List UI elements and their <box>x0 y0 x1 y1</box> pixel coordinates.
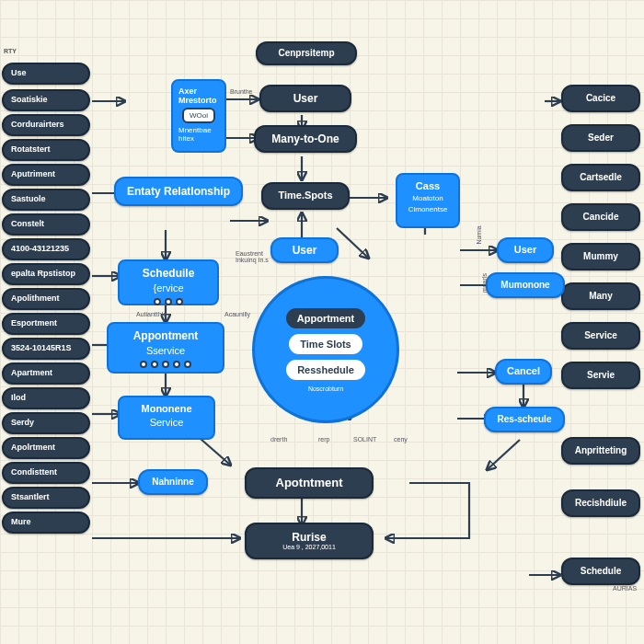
circle-reschedule[interactable]: Resshedule <box>286 360 365 380</box>
micro-ceny: ceny <box>394 436 408 443</box>
node-time-spots[interactable]: Time.Spots <box>261 182 350 210</box>
node-nahnione[interactable]: Nahninne <box>138 469 208 495</box>
left-item-2[interactable]: Cordurairters <box>2 114 90 136</box>
micro-solint: SOLINT <box>353 436 376 443</box>
left-item-16[interactable]: Condisttent <box>2 462 90 484</box>
svg-line-20 <box>488 440 520 469</box>
panel-appointment-service[interactable]: Appontment Sservice <box>107 322 224 374</box>
left-item-7[interactable]: 4100-43121235 <box>2 238 90 260</box>
panel-schedule-service[interactable]: Scheduile {ervice <box>118 259 219 305</box>
circle-main: Apportment Time Slots Resshedule Noscrob… <box>252 276 399 423</box>
left-item-1[interactable]: Soatiskie <box>2 89 90 111</box>
panel-case[interactable]: Cass Moatoton Cimonentse <box>396 173 460 228</box>
node-user-mid[interactable]: User <box>270 237 339 263</box>
node-mumonone[interactable]: Mumonone <box>486 272 565 298</box>
node-entity-relationship[interactable]: Entaty Relatlonship <box>114 177 243 206</box>
micro-drerth: drerth <box>270 436 287 443</box>
svg-line-10 <box>337 228 368 258</box>
micro-autanthle: Autiantthle <box>136 311 167 317</box>
panel-user-mgmt-title: Axer Mrestorto <box>178 86 219 105</box>
right-item-7[interactable]: Servie <box>561 362 640 389</box>
left-item-4[interactable]: Aputriment <box>2 164 90 186</box>
header-title-text: Cenprsitemp <box>278 49 334 59</box>
micro-brintle: Brunthe <box>230 88 253 95</box>
micro-muarls: muarls <box>481 273 488 293</box>
right-item-10[interactable]: Schedule <box>561 558 640 585</box>
panel-user-mgmt-foot: Mnentbae hitex <box>178 126 219 143</box>
right-item-9[interactable]: Recishdiule <box>561 489 640 517</box>
micro-acaunilty: Acaunilly <box>224 311 250 317</box>
top-left-label: RTY <box>4 48 17 54</box>
right-item-6[interactable]: Service <box>561 322 640 350</box>
left-item-18[interactable]: Mure <box>2 512 90 534</box>
left-item-10[interactable]: Esportment <box>2 313 90 335</box>
right-item-1[interactable]: Seder <box>561 124 640 152</box>
node-cancel[interactable]: Cancel <box>495 359 552 385</box>
right-item-2[interactable]: Cartsedle <box>561 164 640 191</box>
left-item-6[interactable]: Constelt <box>2 213 90 236</box>
left-item-0[interactable]: Use <box>2 63 90 85</box>
circle-foot: Noscrobturn <box>308 385 343 392</box>
left-item-3[interactable]: Rotatstert <box>2 139 90 161</box>
right-item-4[interactable]: Mummy <box>561 243 640 270</box>
left-item-14[interactable]: Serdy <box>2 412 90 434</box>
left-item-15[interactable]: Apolrtment <box>2 437 90 459</box>
right-item-8[interactable]: Anpritteting <box>561 437 640 465</box>
left-item-13[interactable]: Ilod <box>2 387 90 409</box>
left-item-9[interactable]: Apolithment <box>2 288 90 310</box>
left-item-17[interactable]: Stsantlert <box>2 487 90 509</box>
panel-user-mgmt[interactable]: Axer Mrestorto WOoi Mnentbae hitex <box>171 79 226 153</box>
right-item-3[interactable]: Cancide <box>561 203 640 231</box>
left-item-12[interactable]: Apartment <box>2 362 90 385</box>
left-item-11[interactable]: 3524-10145R1S <box>2 338 90 360</box>
left-item-5[interactable]: Sastuole <box>2 189 90 211</box>
node-many-to-one[interactable]: Many-to-One <box>254 125 357 153</box>
panel-monoene-service[interactable]: Mononene Service <box>118 396 215 440</box>
micro-aurias: AURIAS <box>613 585 637 592</box>
header-title: Cenprsitemp <box>256 41 357 65</box>
node-user-side[interactable]: User <box>497 237 554 263</box>
panel-user-mgmt-sub: WOoi <box>182 108 215 123</box>
micro-numia: Numia <box>476 225 482 244</box>
right-item-5[interactable]: Many <box>561 282 640 310</box>
dots-icon <box>140 361 191 368</box>
node-reschedule[interactable]: Res-scheule <box>484 407 565 432</box>
node-appointment-bottom[interactable]: Apotntment <box>245 467 374 499</box>
micro-rerp: rerp <box>318 436 329 443</box>
node-rurise[interactable]: Rurise Uea 9 , 2027,0011 <box>245 523 374 559</box>
circle-timeslots[interactable]: Time Slots <box>289 334 362 354</box>
micro-eaustrent: Eaustrent Inkuinq In.s <box>236 250 276 263</box>
circle-appointment[interactable]: Apportment <box>286 308 365 328</box>
left-item-8[interactable]: epalta Rpstistop <box>2 263 90 285</box>
dots-icon <box>154 298 183 305</box>
node-user-top[interactable]: User <box>259 85 351 112</box>
right-item-0[interactable]: Cacice <box>561 85 640 112</box>
